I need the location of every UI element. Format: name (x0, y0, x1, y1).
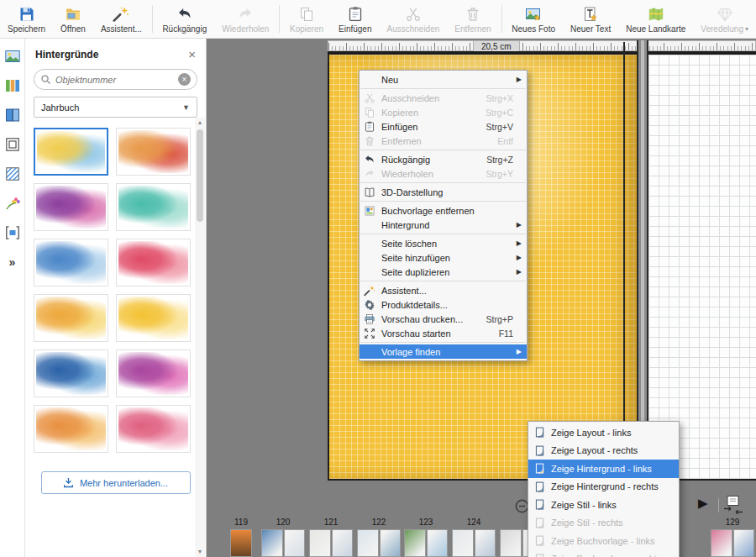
submenu-item-zeige-stil-links[interactable]: Zeige Stil - links (528, 496, 679, 514)
diamond-icon (717, 6, 733, 23)
scroll-down-icon[interactable]: ▼ (195, 547, 205, 557)
menu-item-seite-duplizieren[interactable]: Seite duplizieren▶ (360, 265, 527, 279)
download-more-button[interactable]: Mehr herunterladen... (41, 471, 191, 494)
menu-separator (360, 88, 526, 89)
filmstrip-thumbnail[interactable] (711, 529, 754, 557)
cut-icon (364, 92, 381, 104)
menu-item-vorschau-drucken[interactable]: Vorschau drucken...Strg+P (360, 312, 527, 326)
submenu-item-zeige-layout-links[interactable]: Zeige Layout - links (528, 423, 679, 442)
sidebar-tab-smart[interactable] (3, 223, 22, 242)
filmstrip-thumbnail[interactable] (452, 529, 496, 557)
background-thumbnail[interactable] (116, 349, 191, 397)
background-thumbnail[interactable] (34, 183, 108, 231)
menu-item-entfernen[interactable]: EntfernenEntf (360, 134, 527, 148)
menu-item-3d-darstellung[interactable]: 3D-Darstellung (360, 185, 527, 199)
wand-icon (364, 284, 381, 297)
background-thumbnail[interactable] (34, 405, 108, 453)
search-input[interactable] (55, 75, 174, 85)
menu-item-hintergrund[interactable]: Hintergrund▶ (360, 218, 527, 232)
sidebar-tab-layouts[interactable] (3, 76, 22, 95)
filmstrip-thumbnail[interactable] (404, 529, 448, 557)
copy-button[interactable]: Kopieren (282, 0, 331, 38)
cut-button[interactable]: Ausschneiden (379, 0, 447, 38)
scrollbar-thumb[interactable] (197, 129, 203, 222)
submenu-item-zeige-hintergrund-links[interactable]: Zeige Hintergrund - links (528, 460, 679, 478)
undo-button[interactable]: Rückgängig (155, 0, 214, 38)
submenu-item-zeige-layout-rechts[interactable]: Zeige Layout - rechts (528, 442, 679, 460)
refinement-button[interactable]: Veredelung▾ (693, 0, 756, 38)
submenu-item-zeige-buchvorlage-rechts[interactable]: Zeige Buchvorlage - rechts (528, 550, 679, 557)
menu-item-ausschneiden[interactable]: AusschneidenStrg+X (360, 91, 527, 105)
submenu-item-zeige-stil-rechts[interactable]: Zeige Stil - rechts (528, 514, 679, 533)
submenu-item-zeige-hintergrund-rechts[interactable]: Zeige Hintergrund - rechts (528, 478, 679, 497)
clear-search-icon[interactable]: × (178, 73, 191, 86)
menu-item-label: Hintergrund (381, 220, 513, 230)
menu-item-vorschau-starten[interactable]: Vorschau startenF11 (360, 326, 527, 340)
background-thumbnail[interactable] (34, 239, 108, 286)
fullscreen-icon (364, 327, 381, 339)
filmstrip-page-number: 122 (357, 518, 401, 527)
menu-item-neu[interactable]: Neu▶ (360, 72, 527, 87)
background-thumbnail[interactable] (34, 294, 108, 342)
background-thumbnail[interactable] (116, 294, 191, 342)
background-thumbnail[interactable] (116, 239, 191, 286)
filmstrip-thumbnail[interactable] (230, 529, 252, 557)
background-thumbnail[interactable] (34, 128, 108, 176)
scroll-up-icon[interactable]: ▲ (195, 118, 205, 128)
save-button[interactable]: Speichern (0, 0, 53, 38)
menu-separator (360, 342, 526, 343)
filmstrip-thumbnail[interactable] (309, 529, 353, 557)
panel-scrollbar[interactable]: ▲ ▼ (195, 118, 205, 557)
menu-item-label: Vorlage finden (381, 347, 513, 357)
thumb-page-left (357, 529, 379, 557)
sidebar-tab-cliparts[interactable] (3, 194, 22, 213)
menu-separator (360, 281, 526, 281)
menu-item-vorlage-finden[interactable]: Vorlage finden▶ (360, 344, 527, 359)
panel-title: Hintergründe (35, 49, 98, 60)
background-thumbnail[interactable] (116, 405, 191, 453)
menu-item-label: Rückgängig (381, 155, 476, 165)
menu-item-rückgängig[interactable]: RückgängigStrg+Z (360, 152, 527, 166)
right-page[interactable] (648, 55, 756, 481)
new-photo-button[interactable]: Neues Foto (504, 0, 563, 38)
submenu-item-zeige-buchvorlage-links[interactable]: Zeige Buchvorlage - links (528, 532, 679, 550)
filmstrip-thumbnail[interactable] (357, 529, 401, 557)
redo-button[interactable]: Wiederholen (214, 0, 276, 38)
template-icon (364, 204, 381, 217)
filmstrip-page-number: 120 (261, 518, 305, 527)
new-map-button[interactable]: Neue Landkarte (618, 0, 693, 38)
menu-item-label: Neu (381, 75, 513, 85)
filmstrip-thumbnail[interactable] (261, 529, 305, 557)
close-icon[interactable]: × (188, 48, 196, 60)
new-text-button[interactable]: Neuer Text (563, 0, 618, 38)
menu-item-seite-hinzufügen[interactable]: Seite hinzufügen▶ (360, 250, 527, 265)
expand-icon[interactable]: » (3, 253, 22, 271)
sidebar-tab-masks[interactable] (3, 165, 22, 183)
menu-item-seite-löschen[interactable]: Seite löschen▶ (360, 236, 527, 250)
menu-item-wiederholen[interactable]: WiederholenStrg+Y (360, 166, 527, 181)
menu-item-produktdetails[interactable]: Produktdetails... (360, 297, 527, 312)
trash-icon (465, 6, 481, 23)
category-dropdown[interactable]: Jahrbuch ▼ (34, 97, 197, 118)
open-button[interactable]: Öffnen (53, 0, 93, 38)
sidebar-tab-frames[interactable] (3, 135, 22, 154)
page-export-icon[interactable] (722, 495, 744, 515)
menu-item-einfügen[interactable]: EinfügenStrg+V (360, 119, 527, 134)
sidebar-tab-photos[interactable] (3, 47, 22, 66)
background-thumbnail[interactable] (116, 128, 191, 176)
search-box[interactable]: × (34, 69, 197, 90)
watercolor-swatch (118, 241, 188, 284)
assistant-button[interactable]: Assistent... (93, 0, 150, 38)
menu-item-buchvorlage-entfernen[interactable]: Buchvorlage entfernen (360, 203, 527, 218)
menu-item-kopieren[interactable]: KopierenStrg+C (360, 105, 527, 119)
background-thumbnail[interactable] (116, 183, 191, 231)
play-preview-icon[interactable]: ▶ (698, 496, 708, 511)
background-thumbnail[interactable] (34, 349, 108, 397)
sidebar-tab-backgrounds[interactable] (3, 106, 22, 124)
menu-item-label: Entfernen (381, 136, 487, 146)
paste-button[interactable]: Einfügen (331, 0, 379, 38)
undo-icon (176, 6, 193, 23)
menu-shortcut: Strg+P (486, 314, 513, 324)
delete-button[interactable]: Entfernen (447, 0, 498, 38)
menu-item-assistent[interactable]: Assistent... (360, 283, 527, 297)
